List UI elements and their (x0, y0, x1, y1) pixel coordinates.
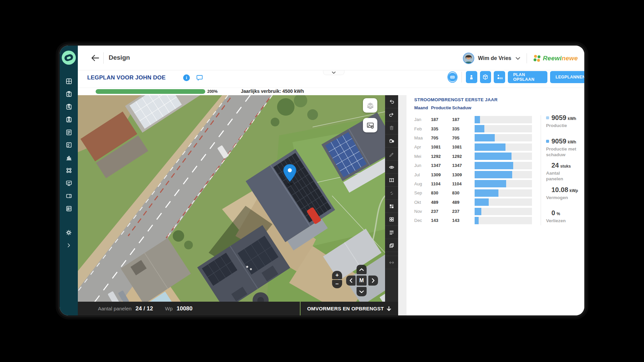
center-map-button[interactable]: M (357, 276, 367, 286)
stat-value: 0 (551, 209, 555, 217)
tool-panel-frame-button[interactable] (385, 174, 398, 187)
layout-plans-button[interactable]: LEGPLANNEN (550, 71, 584, 83)
stat-unit: stuks (560, 164, 571, 169)
progress-percent: 200% (207, 89, 218, 94)
sidebar-item-tickets[interactable] (65, 192, 72, 199)
month-label: Mei (414, 154, 431, 159)
sidebar-item-tasks[interactable] (65, 141, 72, 148)
tool-pencil-button[interactable] (385, 147, 398, 161)
sidebar-item-quotes[interactable] (65, 90, 72, 97)
schaduw-value: 1081 (452, 144, 475, 149)
tool-panel-rows-button[interactable] (385, 226, 398, 239)
month-label: Okt (414, 200, 431, 205)
avatar[interactable] (463, 53, 474, 64)
tool-eye-button[interactable] (385, 161, 398, 174)
divider (541, 115, 541, 225)
schaduw-value: 237 (452, 209, 475, 214)
zoom-in-button[interactable]: + (332, 271, 342, 279)
schaduw-value: 1104 (452, 181, 475, 186)
person-view-button[interactable] (466, 71, 477, 83)
stat-value: 9059 (551, 137, 567, 145)
sidebar-item-integrations[interactable] (65, 167, 72, 174)
back-button[interactable] (91, 54, 100, 62)
3d-view-button[interactable] (480, 71, 491, 83)
stat-value: 10.08 (551, 186, 568, 194)
sidebar-item-customers[interactable] (65, 116, 72, 123)
user-name[interactable]: Wim de Vries (478, 55, 511, 61)
yield-row-mei: Mei12921292 (407, 152, 544, 161)
brand-name-green: Reewi (543, 55, 561, 62)
productie-value: 489 (431, 200, 452, 205)
divider (462, 72, 462, 82)
productie-value: 237 (431, 209, 452, 214)
tool-panel-slant-button[interactable] (385, 187, 398, 200)
col-header-productie: Productie (431, 105, 452, 110)
panel-layout-toggle-button[interactable] (447, 71, 458, 83)
shadow-sim-button[interactable]: SS (494, 71, 505, 83)
productie-value: 830 (431, 190, 452, 195)
map-canvas[interactable]: + − M (78, 95, 385, 315)
tool-grid-outline-button[interactable] (385, 213, 398, 226)
sidebar-item-projects[interactable] (65, 103, 72, 110)
pan-down-button[interactable] (357, 287, 367, 296)
comment-icon[interactable] (196, 74, 203, 81)
sidebar-bottom (60, 229, 78, 249)
consumption-progress-bar (96, 89, 205, 94)
arrow-down-icon (386, 306, 391, 311)
pan-up-button[interactable] (357, 265, 367, 274)
map-layers-button[interactable] (363, 98, 377, 113)
stat-vermogen: 10.08kWpVermogen (546, 186, 584, 200)
schaduw-value: 1347 (452, 163, 475, 168)
yield-row-jun: Jun13471347 (407, 161, 544, 170)
sidebar-item-contacts[interactable] (65, 205, 72, 212)
schaduw-value: 1309 (452, 172, 475, 177)
sidebar-item-presentations[interactable] (65, 180, 72, 186)
month-label: Maa (414, 135, 431, 140)
sidebar-item-expand[interactable] (65, 242, 72, 249)
tool-redo-button[interactable] (385, 108, 398, 121)
tool-grid-filled-button[interactable] (385, 200, 398, 213)
collapse-header-tab[interactable] (323, 70, 344, 75)
sidebar-item-statistics[interactable] (65, 154, 72, 161)
subheader-actions: SS PLAN OPSLAAN LEGPLANNEN (447, 71, 584, 83)
divider (527, 53, 527, 63)
yield-row-jul: Jul13091309 (407, 170, 544, 179)
sidebar-item-dashboard[interactable] (65, 78, 72, 84)
tool-trash-button[interactable] (385, 121, 398, 134)
tool-undo-button[interactable] (385, 95, 398, 108)
production-bar-track (475, 116, 532, 123)
month-label: Jul (414, 172, 431, 177)
panels-count-value: 24 / 12 (136, 305, 153, 312)
legend-marker (546, 140, 549, 143)
stat-unit: % (556, 212, 560, 216)
month-label: Dec (414, 218, 431, 223)
production-bar (475, 153, 512, 160)
app-logo[interactable] (62, 51, 76, 65)
back-arrow-icon (91, 54, 100, 62)
sidebar-item-documents[interactable] (65, 129, 72, 135)
save-plan-button[interactable]: PLAN OPSLAAN (508, 71, 547, 83)
tool-resize-h-button[interactable] (385, 256, 398, 269)
info-icon[interactable]: i (183, 74, 190, 81)
wp-value: 10080 (177, 305, 193, 312)
add-image-button[interactable] (363, 118, 377, 132)
productie-value: 1347 (431, 163, 452, 168)
sidebar-nav (60, 78, 78, 212)
pan-left-button[interactable] (346, 276, 356, 286)
tool-trash-clear-button[interactable] (385, 134, 398, 147)
schaduw-value: 187 (452, 117, 475, 122)
wp-label: Wp (165, 306, 173, 311)
tool-copy-button[interactable] (385, 239, 398, 252)
zoom-out-button[interactable]: − (332, 280, 342, 288)
divider (103, 52, 104, 64)
sidebar-item-settings[interactable] (65, 229, 72, 236)
production-bar (475, 162, 513, 169)
month-label: Nov (414, 209, 431, 214)
pan-right-button[interactable] (368, 276, 378, 286)
production-bar-track (475, 171, 532, 178)
chevron-down-icon[interactable] (516, 55, 520, 61)
map-pin[interactable] (281, 162, 299, 187)
production-bar (475, 217, 479, 224)
inverters-section-button[interactable]: OMVORMERS EN OPBRENGST (301, 302, 398, 315)
production-bar-track (475, 143, 532, 151)
